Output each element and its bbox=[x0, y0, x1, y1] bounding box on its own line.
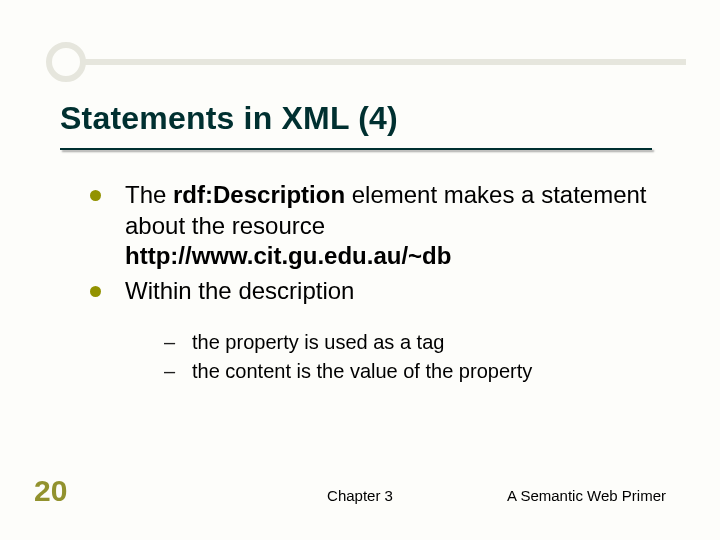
bullet-dot-icon bbox=[90, 286, 101, 297]
header-decoration bbox=[46, 42, 686, 82]
sub-bullet-text-2: the content is the value of the property bbox=[192, 358, 532, 385]
circle-icon bbox=[46, 42, 86, 82]
sub-bullet-item-2: – the content is the value of the proper… bbox=[164, 358, 650, 385]
main-bullet-list: The rdf:Description element makes a stat… bbox=[90, 180, 650, 307]
bullet-dot-icon bbox=[90, 190, 101, 201]
slide-content: The rdf:Description element makes a stat… bbox=[90, 180, 650, 387]
text-bold-url: http://www.cit.gu.edu.au/~db bbox=[125, 242, 451, 269]
header-line bbox=[82, 59, 686, 65]
sub-bullet-item-1: – the property is used as a tag bbox=[164, 329, 650, 356]
bullet-item-1: The rdf:Description element makes a stat… bbox=[90, 180, 650, 272]
text-prefix: The bbox=[125, 181, 173, 208]
sub-bullet-list: – the property is used as a tag – the co… bbox=[164, 329, 650, 385]
sub-bullet-text-1: the property is used as a tag bbox=[192, 329, 444, 356]
text-bold-rdf: rdf:Description bbox=[173, 181, 345, 208]
footer-right: A Semantic Web Primer bbox=[507, 487, 666, 504]
bullet-item-2: Within the description bbox=[90, 276, 650, 307]
title-underline bbox=[60, 148, 652, 150]
bullet-text-1: The rdf:Description element makes a stat… bbox=[125, 180, 650, 272]
bullet-text-2: Within the description bbox=[125, 276, 650, 307]
dash-icon: – bbox=[164, 358, 174, 385]
slide: Statements in XML (4) The rdf:Descriptio… bbox=[0, 0, 720, 540]
dash-icon: – bbox=[164, 329, 174, 356]
slide-title: Statements in XML (4) bbox=[60, 100, 398, 137]
